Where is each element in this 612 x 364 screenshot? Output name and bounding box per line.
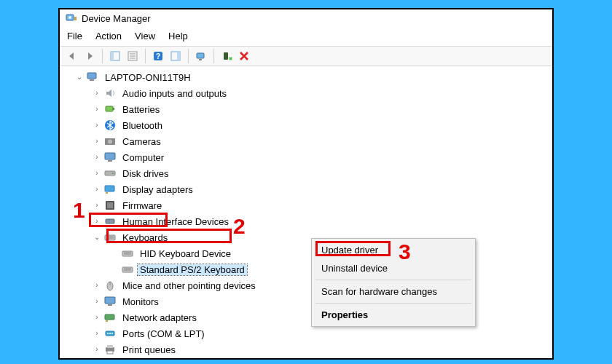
camera-icon <box>103 135 117 148</box>
tree-item-hid[interactable]: › Human Interface Devices <box>64 213 552 229</box>
svg-rect-1 <box>74 17 76 20</box>
tree-item-batteries[interactable]: › Batteries <box>64 101 552 117</box>
context-menu: Update driver Uninstall device Scan for … <box>311 238 476 327</box>
svg-rect-18 <box>106 106 113 111</box>
scan-hardware-button[interactable] <box>193 48 209 64</box>
action-pane-button[interactable] <box>168 48 184 64</box>
svg-rect-27 <box>105 186 114 191</box>
firmware-icon <box>103 199 117 212</box>
chevron-right-icon[interactable]: › <box>92 216 102 226</box>
chevron-right-icon[interactable]: › <box>92 312 102 323</box>
context-separator <box>315 280 471 280</box>
svg-rect-44 <box>108 304 112 306</box>
tree-item-bluetooth[interactable]: › Bluetooth <box>64 117 552 133</box>
tree-item-keyboards[interactable]: ⌄ Keyboards <box>64 229 552 245</box>
svg-rect-4 <box>111 52 114 60</box>
chevron-right-icon[interactable]: › <box>92 104 102 114</box>
tree-item-network[interactable]: › Network adapters <box>64 309 552 325</box>
printer-icon <box>103 343 117 356</box>
tree-item-label: Monitors <box>120 296 161 307</box>
port-icon <box>103 327 117 340</box>
tree-item-label: Audio inputs and outputs <box>120 88 229 99</box>
device-manager-icon <box>66 12 77 24</box>
chevron-right-icon[interactable]: › <box>92 152 102 162</box>
svg-point-26 <box>112 173 114 174</box>
tree-item-cameras[interactable]: › Cameras <box>64 133 552 149</box>
svg-rect-46 <box>106 320 108 322</box>
tree-item-disk-drives[interactable]: › Disk drives <box>64 165 552 181</box>
tree-item-audio[interactable]: › Audio inputs and outputs <box>64 85 552 101</box>
tree-item-processors[interactable]: › Processors <box>64 357 552 360</box>
chevron-right-icon[interactable]: › <box>92 280 102 290</box>
chevron-right-icon[interactable]: › <box>92 120 102 130</box>
svg-rect-30 <box>107 202 113 208</box>
cpu-icon <box>103 359 117 360</box>
add-legacy-button[interactable] <box>219 48 235 64</box>
disk-icon <box>103 167 117 180</box>
titlebar: Device Manager <box>60 9 552 27</box>
bluetooth-icon <box>103 119 117 132</box>
svg-rect-14 <box>199 59 202 60</box>
chevron-right-icon[interactable]: › <box>92 136 102 146</box>
show-hide-tree-button[interactable] <box>107 48 123 64</box>
tree-item-computer[interactable]: › Computer <box>64 149 552 165</box>
tree-root[interactable]: ⌄ LAPTOP-ONI11T9H <box>64 69 552 85</box>
keyboard-icon <box>121 247 134 260</box>
chevron-right-icon[interactable]: › <box>92 200 102 210</box>
tree-item-label: Standard PS/2 Keyboard <box>138 264 247 275</box>
chevron-down-icon[interactable]: ⌄ <box>74 72 85 82</box>
tree-item-monitors[interactable]: › Monitors <box>64 293 552 309</box>
properties-button[interactable] <box>125 48 141 64</box>
chevron-right-icon[interactable]: › <box>92 344 102 355</box>
tree-item-label: Human Interface Devices <box>120 216 231 227</box>
chevron-right-icon[interactable]: › <box>92 328 102 339</box>
menu-file[interactable]: File <box>67 31 82 41</box>
tree-item-label: Display adapters <box>120 184 195 195</box>
tree-item-firmware[interactable]: › Firmware <box>64 197 552 213</box>
battery-icon <box>103 103 117 116</box>
device-manager-window: Device Manager File Action View Help ? ⌄… <box>58 8 554 360</box>
tree-item-label: Print queues <box>120 344 178 355</box>
context-scan-hardware[interactable]: Scan for hardware changes <box>314 282 473 301</box>
context-uninstall-device[interactable]: Uninstall device <box>314 259 473 277</box>
svg-point-50 <box>111 333 113 334</box>
context-properties[interactable]: Properties <box>314 306 473 324</box>
svg-rect-53 <box>107 351 113 354</box>
tree-item-label: Disk drives <box>120 168 171 179</box>
network-icon <box>103 311 117 324</box>
display-adapter-icon <box>103 183 117 196</box>
device-tree[interactable]: ⌄ LAPTOP-ONI11T9H › Audio inputs and out… <box>60 66 552 360</box>
tree-item-print-queues[interactable]: › Print queues <box>64 341 552 357</box>
tree-item-ports[interactable]: › Ports (COM & LPT) <box>64 325 552 341</box>
chevron-none <box>109 248 119 258</box>
tree-item-label: Cameras <box>120 136 163 147</box>
tree-item-ps2-keyboard[interactable]: Standard PS/2 Keyboard <box>64 261 552 277</box>
chevron-right-icon[interactable]: › <box>92 184 102 194</box>
menu-help[interactable]: Help <box>168 31 188 41</box>
back-button[interactable] <box>64 48 80 64</box>
window-title: Device Manager <box>82 13 151 24</box>
monitor-icon <box>103 295 117 308</box>
toolbar-separator <box>213 49 214 63</box>
svg-rect-19 <box>113 108 114 110</box>
context-update-driver[interactable]: Update driver <box>314 241 473 259</box>
chevron-right-icon[interactable]: › <box>92 296 102 306</box>
svg-rect-52 <box>107 345 113 348</box>
context-separator <box>315 303 471 304</box>
menu-view[interactable]: View <box>135 31 155 41</box>
chevron-right-icon[interactable]: › <box>92 88 102 98</box>
tree-item-hid-keyboard[interactable]: HID Keyboard Device <box>64 245 552 261</box>
svg-rect-24 <box>108 160 112 162</box>
remove-device-button[interactable] <box>236 48 252 64</box>
tree-item-label: Bluetooth <box>120 120 165 131</box>
tree-item-display-adapters[interactable]: › Display adapters <box>64 181 552 197</box>
tree-item-label: Computer <box>120 152 166 163</box>
chevron-right-icon[interactable]: › <box>92 168 102 178</box>
forward-button[interactable] <box>82 48 98 64</box>
tree-item-mice[interactable]: › Mice and other pointing devices <box>64 277 552 293</box>
tree-item-label: Firmware <box>120 200 164 211</box>
help-button[interactable]: ? <box>150 48 166 64</box>
menu-action[interactable]: Action <box>95 31 122 41</box>
chevron-down-icon[interactable]: ⌄ <box>92 232 102 242</box>
toolbar-separator <box>188 49 189 63</box>
